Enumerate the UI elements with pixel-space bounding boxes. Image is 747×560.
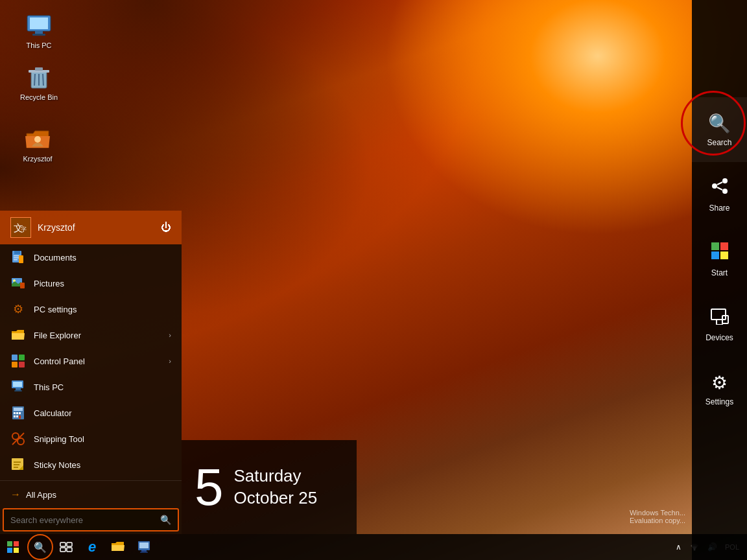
menu-item-documents[interactable]: Documents [0, 244, 182, 270]
svg-rect-50 [16, 415, 18, 417]
svg-rect-35 [20, 283, 25, 288]
start-charm-icon [711, 242, 729, 264]
all-apps-button[interactable]: → All Apps [0, 484, 182, 506]
svg-rect-17 [720, 242, 728, 250]
search-charm-icon: 🔍 [708, 113, 731, 134]
charm-share[interactable]: Share [692, 162, 747, 227]
svg-rect-36 [12, 355, 18, 360]
svg-rect-32 [19, 255, 23, 263]
this-pc-menu-icon [10, 379, 26, 395]
snipping-tool-icon [10, 431, 26, 447]
svg-rect-60 [14, 541, 19, 546]
svg-rect-38 [12, 362, 18, 368]
svg-rect-64 [67, 542, 72, 546]
svg-rect-58 [14, 467, 18, 468]
charm-devices[interactable]: Devices [692, 292, 747, 356]
svg-rect-31 [14, 259, 18, 261]
date-day-number: 5 [195, 461, 224, 513]
svg-line-14 [717, 182, 722, 185]
menu-item-sticky-notes[interactable]: Sticky Notes [0, 452, 182, 478]
file-explorer-icon [10, 327, 26, 343]
taskbar-ie-button[interactable]: e [79, 534, 105, 560]
menu-item-control-panel[interactable]: Control Panel › [0, 348, 182, 374]
svg-rect-41 [13, 382, 22, 387]
svg-rect-43 [14, 390, 22, 391]
svg-rect-19 [720, 251, 728, 259]
start-menu-header: 文 字 Krzysztof ⏻ [0, 211, 182, 244]
charm-start[interactable]: Start [692, 227, 747, 292]
svg-rect-62 [14, 548, 19, 553]
svg-line-9 [43, 74, 43, 86]
taskbar-file-explorer-button[interactable] [105, 534, 131, 560]
taskbar-extra-icon[interactable] [131, 534, 157, 560]
svg-rect-65 [60, 548, 65, 552]
menu-item-calculator[interactable]: Calculator [0, 400, 182, 426]
sticky-notes-icon [10, 457, 26, 472]
charm-search[interactable]: 🔍 Search [692, 97, 747, 162]
svg-line-7 [34, 74, 35, 86]
search-everywhere-input[interactable] [10, 515, 156, 525]
taskbar-task-view[interactable] [53, 534, 79, 560]
documents-icon [10, 250, 26, 265]
svg-line-15 [717, 187, 722, 190]
desktop-icon-recycle-bin[interactable]: Recycle Bin [13, 65, 65, 101]
svg-rect-22 [717, 320, 722, 325]
date-text-block: Saturday October 25 [234, 465, 318, 509]
control-panel-chevron: › [169, 357, 171, 365]
date-month-day: October 25 [234, 487, 318, 509]
svg-rect-20 [711, 309, 726, 320]
svg-rect-45 [14, 408, 23, 411]
menu-item-pc-settings[interactable]: ⚙ PC settings [0, 296, 182, 322]
menu-item-pictures[interactable]: Pictures [0, 270, 182, 296]
svg-point-13 [722, 189, 728, 194]
svg-rect-68 [139, 542, 148, 548]
svg-rect-3 [32, 34, 45, 36]
menu-item-file-explorer[interactable]: File Explorer › [0, 322, 182, 348]
taskbar: 🔍 e ∧ [0, 534, 747, 560]
taskbar-search-button[interactable]: 🔍 [27, 534, 53, 560]
menu-item-snipping-tool[interactable]: Snipping Tool [0, 426, 182, 452]
svg-rect-61 [7, 548, 12, 553]
datetime-overlay: 5 Saturday October 25 [182, 440, 357, 534]
devices-charm-icon [711, 307, 729, 329]
control-panel-icon [10, 353, 26, 369]
menu-item-this-pc[interactable]: This PC [0, 374, 182, 400]
svg-rect-56 [14, 461, 21, 463]
charms-bar: 🔍 Search Share Start [692, 0, 747, 560]
svg-rect-6 [35, 67, 43, 71]
settings-charm-icon: ⚙ [711, 372, 728, 393]
all-apps-arrow-icon: → [10, 489, 21, 500]
desktop-icon-user-folder[interactable]: Krzysztof [12, 126, 64, 163]
file-explorer-chevron: › [169, 331, 171, 339]
svg-rect-30 [14, 257, 19, 259]
tray-arrow[interactable]: ∧ [673, 541, 684, 553]
svg-point-12 [712, 183, 717, 189]
search-submit-icon[interactable]: 🔍 [160, 515, 171, 525]
pc-settings-icon: ⚙ [10, 301, 26, 317]
svg-rect-16 [711, 242, 719, 250]
user-avatar: 文 字 [10, 217, 31, 238]
desktop-icon-this-pc[interactable]: This PC [13, 13, 65, 49]
ie-icon: e [88, 539, 96, 555]
start-search-area[interactable]: 🔍 [3, 508, 179, 531]
share-charm-icon [711, 177, 729, 200]
svg-rect-1 [30, 18, 48, 29]
svg-rect-70 [140, 552, 148, 553]
svg-rect-46 [14, 412, 16, 414]
svg-rect-37 [19, 355, 25, 360]
charm-settings[interactable]: ⚙ Settings [692, 356, 747, 421]
pictures-icon [10, 275, 26, 291]
user-area: 文 字 Krzysztof [10, 217, 75, 238]
svg-rect-28 [14, 251, 20, 254]
svg-rect-63 [60, 542, 65, 546]
start-button[interactable] [0, 534, 26, 560]
power-button[interactable]: ⏻ [161, 222, 171, 233]
svg-rect-49 [14, 415, 16, 417]
svg-rect-2 [35, 31, 43, 34]
svg-point-10 [34, 136, 41, 143]
svg-rect-51 [19, 415, 21, 419]
svg-rect-66 [67, 548, 72, 552]
menu-divider [0, 480, 182, 481]
svg-rect-57 [14, 464, 19, 465]
svg-rect-39 [19, 362, 25, 368]
